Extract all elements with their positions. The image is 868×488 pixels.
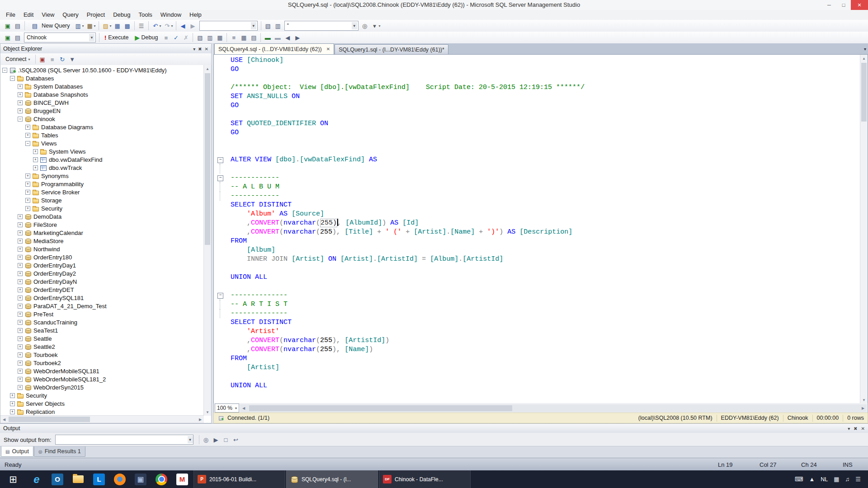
code-line-2[interactable]: GO: [214, 65, 860, 74]
outlook-icon[interactable]: O: [47, 470, 68, 488]
chevron-down-icon[interactable]: ▾: [94, 24, 96, 28]
code-line-9[interactable]: GO: [214, 128, 860, 137]
tree-item-webordersyn2015[interactable]: +WebOrderSyn2015: [0, 383, 204, 391]
menu-debug[interactable]: Debug: [109, 10, 134, 20]
fold-collapse-icon[interactable]: −: [217, 293, 223, 299]
expand-toggle-icon[interactable]: +: [18, 344, 23, 349]
disconnect-icon[interactable]: ▣: [38, 54, 47, 64]
expand-toggle-icon[interactable]: +: [10, 393, 15, 398]
code-line-25[interactable]: UNION ALL: [214, 273, 860, 282]
firefox-icon[interactable]: [109, 470, 130, 488]
change-connection-icon[interactable]: ▤: [13, 21, 23, 31]
expand-toggle-icon[interactable]: +: [18, 336, 23, 341]
tree-item-database-diagrams[interactable]: +Database Diagrams: [0, 123, 204, 131]
navigate-forward-icon[interactable]: ▶: [188, 21, 198, 31]
expand-toggle-icon[interactable]: +: [18, 287, 23, 292]
tree-item-views[interactable]: −Views: [0, 139, 204, 147]
taskbar-window-20150601[interactable]: P2015-06-01 Buildi...: [193, 470, 285, 488]
editor-hscrollbar[interactable]: ◀ ▶: [240, 404, 867, 412]
tree-item-webordermobilesql181-2[interactable]: +WebOrderMobileSQL181_2: [0, 375, 204, 383]
minimize-button[interactable]: ─: [822, 0, 836, 10]
tree-item-seatest1[interactable]: +SeaTest1: [0, 326, 204, 334]
expand-toggle-icon[interactable]: +: [25, 206, 30, 211]
ie-icon[interactable]: e: [26, 470, 47, 488]
code-line-23[interactable]: INNER JOIN [Artist] ON [Artist].[ArtistI…: [214, 255, 860, 264]
expand-toggle-icon[interactable]: +: [25, 133, 30, 138]
output-panel-titlebar[interactable]: Output ▾ ✚ ✕: [0, 424, 868, 433]
code-line-1[interactable]: USE [Chinook]: [214, 56, 860, 65]
code-line-32[interactable]: ,CONVERT(nvarchar(255), [ArtistId]): [214, 336, 860, 345]
code-line-26[interactable]: [214, 282, 860, 291]
tree-item-orderentrydayn[interactable]: +OrderEntryDayN: [0, 277, 204, 286]
comment-icon[interactable]: ▬: [263, 33, 273, 42]
registered-servers-combo[interactable]: ▼: [199, 21, 258, 31]
database-engine-query-icon[interactable]: ▥: [73, 21, 83, 31]
tree-item-seattle[interactable]: +Seattle: [0, 334, 204, 343]
activity-monitor-icon[interactable]: ▧: [263, 21, 273, 31]
tree-item-programmability[interactable]: +Programmability: [0, 180, 204, 188]
results-to-file-icon[interactable]: ▤: [249, 33, 259, 42]
find-message-icon[interactable]: ◎: [201, 435, 211, 445]
expand-toggle-icon[interactable]: +: [25, 190, 30, 195]
document-tab-2[interactable]: SQLQuery1.sql - (l...DY-VM81\Eddy (61))*: [335, 44, 448, 54]
chevron-down-icon[interactable]: ▾: [110, 24, 112, 28]
expand-toggle-icon[interactable]: +: [18, 328, 23, 333]
code-line-7[interactable]: [214, 110, 860, 119]
chevron-down-icon[interactable]: ▾: [82, 24, 84, 28]
code-line-4[interactable]: /****** Object: View [dbo].[vwDataFlexFi…: [214, 83, 860, 92]
expand-toggle-icon[interactable]: +: [25, 125, 30, 130]
save-icon[interactable]: ▦: [113, 21, 123, 31]
expand-toggle-icon[interactable]: +: [18, 361, 23, 366]
results-to-grid-icon[interactable]: ▦: [239, 33, 249, 42]
expand-toggle-icon[interactable]: +: [18, 214, 23, 219]
collapse-toggle-icon[interactable]: −: [18, 117, 23, 122]
code-line-29[interactable]: --------------: [214, 309, 860, 318]
debug-button[interactable]: ▶Debug: [132, 33, 161, 42]
tree-item-database-snapshots[interactable]: +Database Snapshots: [0, 90, 204, 99]
expand-toggle-icon[interactable]: +: [18, 222, 23, 227]
collapse-toggle-icon[interactable]: −: [25, 141, 30, 146]
code-line-31[interactable]: 'Artist': [214, 327, 860, 336]
code-line-34[interactable]: FROM: [214, 354, 860, 363]
code-line-27[interactable]: −--------------: [214, 291, 860, 300]
expand-toggle-icon[interactable]: +: [18, 312, 23, 317]
gmail-icon[interactable]: M: [172, 470, 193, 488]
editor-vscrollbar[interactable]: ▲ ▼: [860, 55, 868, 404]
sql-code-editor[interactable]: USE [Chinook]GO/****** Object: View [dbo…: [213, 54, 868, 404]
tree-item-security[interactable]: +Security: [0, 391, 204, 399]
fold-collapse-icon[interactable]: −: [217, 157, 223, 163]
expand-toggle-icon[interactable]: +: [33, 149, 38, 154]
tree-item-filestore[interactable]: +FileStore: [0, 221, 204, 229]
expand-toggle-icon[interactable]: +: [25, 182, 30, 187]
code-line-13[interactable]: [214, 164, 860, 174]
expand-toggle-icon[interactable]: +: [18, 230, 23, 235]
code-line-17[interactable]: SELECT DISTINCT: [214, 201, 860, 210]
tree-item-orderentrysql181[interactable]: +OrderEntrySQL181: [0, 294, 204, 302]
code-line-18[interactable]: 'Album' AS [Source]: [214, 210, 860, 219]
code-line-36[interactable]: [214, 372, 860, 381]
stop-icon[interactable]: ■: [47, 54, 57, 64]
tree-item-seattle2[interactable]: +Seattle2: [0, 343, 204, 351]
tree-item-storage[interactable]: +Storage: [0, 196, 204, 204]
display-estimated-plan-icon[interactable]: ▧: [195, 33, 205, 42]
code-line-21[interactable]: FROM: [214, 237, 860, 246]
menu-file[interactable]: File: [2, 10, 19, 20]
expand-toggle-icon[interactable]: +: [18, 279, 23, 284]
connection-icon[interactable]: ▣: [3, 33, 13, 42]
chevron-down-icon[interactable]: ▼: [89, 34, 94, 41]
scroll-down-icon[interactable]: ▼: [204, 408, 211, 416]
tree-item-server-objects[interactable]: +Server Objects: [0, 399, 204, 408]
redo-icon[interactable]: ↷: [162, 21, 172, 31]
chrome-icon[interactable]: [151, 470, 172, 488]
tree-item-security[interactable]: +Security: [0, 204, 204, 212]
tree-item-chinook[interactable]: −Chinook: [0, 115, 204, 123]
expand-toggle-icon[interactable]: +: [25, 174, 30, 178]
start-button[interactable]: ⊞: [0, 470, 26, 488]
query-options-icon[interactable]: ▥: [205, 33, 215, 42]
code-line-3[interactable]: [214, 74, 860, 83]
open-file-icon[interactable]: ▨: [101, 21, 111, 31]
expand-toggle-icon[interactable]: +: [18, 385, 23, 390]
new-query-button[interactable]: ▤New Query: [27, 21, 73, 31]
cancel-query-icon[interactable]: ✗: [181, 33, 191, 42]
expand-toggle-icon[interactable]: +: [18, 100, 23, 105]
